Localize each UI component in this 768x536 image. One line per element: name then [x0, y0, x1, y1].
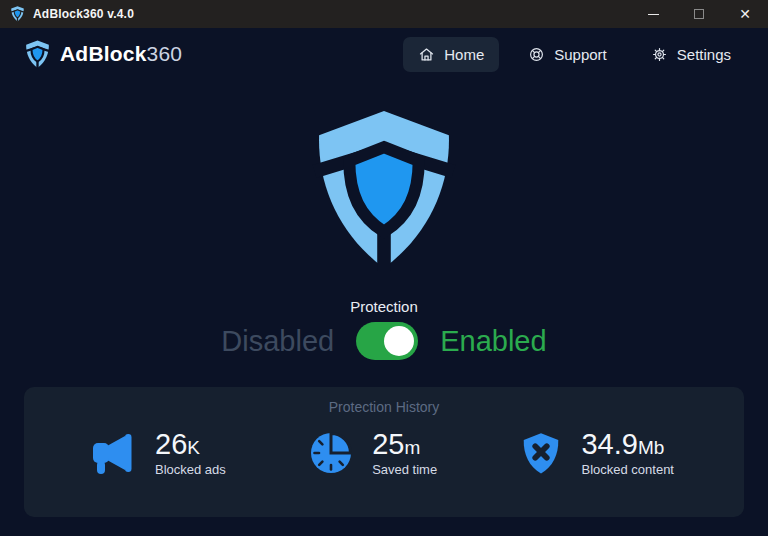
stat-text: 26K Blocked ads — [155, 429, 226, 477]
megaphone-icon — [88, 429, 138, 477]
toggle-knob — [384, 326, 414, 356]
stat-value: 26K — [155, 429, 226, 459]
stat-unit: Mb — [638, 437, 664, 458]
stat-label: Blocked ads — [155, 462, 226, 477]
maximize-icon — [694, 9, 704, 19]
stat-text: 34.9Mb Blocked content — [581, 429, 674, 477]
stat-text: 25m Saved time — [372, 429, 437, 477]
stat-number: 34.9 — [581, 428, 637, 460]
shield-x-icon — [518, 429, 564, 477]
stat-value: 34.9Mb — [581, 429, 674, 459]
stat-unit: m — [404, 437, 420, 458]
protection-label: Protection — [350, 298, 418, 315]
maximize-button[interactable] — [676, 0, 722, 28]
history-title: Protection History — [24, 399, 744, 415]
brand-logo: AdBlock360 — [24, 40, 182, 69]
stat-label: Blocked content — [581, 462, 674, 477]
tab-support[interactable]: Support — [513, 37, 622, 72]
stat-blocked-ads: 26K Blocked ads — [88, 429, 226, 477]
stat-value: 25m — [372, 429, 437, 459]
close-button[interactable]: ✕ — [722, 0, 768, 28]
tab-home[interactable]: Home — [403, 37, 499, 72]
stat-blocked-content: 34.9Mb Blocked content — [518, 429, 674, 477]
window-title: AdBlock360 v.4.0 — [33, 7, 134, 21]
home-icon — [418, 46, 435, 63]
main-nav: Home Support Settings — [403, 37, 746, 72]
brand-shield-icon — [24, 40, 51, 69]
brand-name: AdBlock360 — [60, 42, 182, 66]
header: AdBlock360 Home Support — [0, 28, 768, 80]
minimize-icon — [648, 14, 659, 15]
timer-icon — [307, 429, 355, 477]
protection-toggle-row: Disabled Enabled — [221, 322, 546, 360]
protection-shield-logo — [308, 108, 460, 274]
stats-row: 26K Blocked ads — [24, 415, 744, 477]
minimize-button[interactable] — [630, 0, 676, 28]
app-window: AdBlock360 v.4.0 ✕ AdBlock360 — [0, 0, 768, 536]
stat-number: 25 — [372, 428, 404, 460]
enabled-label: Enabled — [440, 325, 546, 358]
protection-toggle[interactable] — [356, 322, 418, 360]
tab-support-label: Support — [554, 46, 607, 63]
stat-saved-time: 25m Saved time — [307, 429, 437, 477]
close-icon: ✕ — [739, 7, 751, 21]
stat-unit: K — [187, 437, 200, 458]
stat-number: 26 — [155, 428, 187, 460]
protection-history-card: Protection History 26K Blocked ads — [24, 387, 744, 517]
tab-settings-label: Settings — [677, 46, 731, 63]
main-content: Protection Disabled Enabled Protection H… — [0, 80, 768, 536]
brand-name-light: 360 — [147, 42, 183, 65]
gear-icon — [651, 46, 668, 63]
titlebar: AdBlock360 v.4.0 ✕ — [0, 0, 768, 28]
brand-name-bold: AdBlock — [60, 42, 147, 65]
app-shield-icon — [10, 6, 25, 22]
titlebar-left: AdBlock360 v.4.0 — [0, 6, 134, 22]
tab-settings[interactable]: Settings — [636, 37, 746, 72]
tab-home-label: Home — [444, 46, 484, 63]
disabled-label: Disabled — [221, 325, 334, 358]
lifebuoy-icon — [528, 46, 545, 63]
stat-label: Saved time — [372, 462, 437, 477]
